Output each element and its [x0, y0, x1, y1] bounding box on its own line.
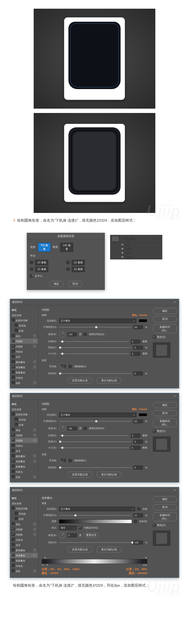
- ok-button[interactable]: 确定: [49, 281, 64, 287]
- style-dropdown[interactable]: 线性: [59, 526, 76, 530]
- opacity-slider[interactable]: [59, 515, 131, 516]
- fx-inner-shadow-1[interactable]: 👁内阴影: [110, 247, 162, 251]
- blend-options[interactable]: 混合选项: [10, 407, 38, 412]
- color-swatch[interactable]: [138, 413, 147, 416]
- from-center-check[interactable]: [30, 274, 33, 278]
- inner-shadow-item-2[interactable]: 内阴影+: [10, 344, 38, 349]
- styles-header[interactable]: 样式: [10, 307, 38, 313]
- size-slider[interactable]: [59, 448, 128, 448]
- angle-value[interactable]: 120: [67, 332, 77, 336]
- drop-shadow-item[interactable]: 投影+: [10, 474, 38, 480]
- plus-icon[interactable]: +: [33, 340, 36, 343]
- mode-dropdown[interactable]: 正片叠底: [59, 412, 136, 417]
- corner-bl[interactable]: 10 像素: [35, 266, 48, 272]
- distance-slider[interactable]: [59, 436, 128, 436]
- layer-row[interactable]: 下机身 连接1 fx ▴: [110, 235, 162, 243]
- cancel-button[interactable]: 取消: [68, 281, 82, 287]
- styles-header[interactable]: 样式: [10, 401, 38, 407]
- reset-align-button[interactable]: 重置对齐: [84, 533, 99, 538]
- scale-slider[interactable]: [59, 542, 131, 543]
- cancel-button[interactable]: 取消: [153, 316, 177, 322]
- close-icon[interactable]: ×: [173, 300, 177, 304]
- choke-value[interactable]: 0: [134, 346, 143, 350]
- link-corners-4[interactable]: [66, 268, 70, 271]
- reset-default-button[interactable]: 复位为默认值: [97, 547, 122, 552]
- gradient-picker[interactable]: [59, 520, 132, 524]
- noise-value[interactable]: 0: [134, 372, 143, 376]
- noise-slider[interactable]: [59, 467, 131, 468]
- reverse-check[interactable]: [134, 520, 137, 523]
- preview-check[interactable]: [153, 524, 156, 527]
- opacity-slider[interactable]: [59, 327, 131, 328]
- inner-glow-item[interactable]: 内发光: [10, 443, 38, 448]
- ok-button[interactable]: 确定: [153, 496, 177, 502]
- color-overlay-item[interactable]: 颜色叠加+: [10, 454, 38, 459]
- gradient-editor-bar[interactable]: [42, 559, 147, 564]
- dither-check[interactable]: [137, 507, 140, 510]
- color-overlay-item[interactable]: 颜色叠加+: [10, 359, 38, 364]
- link-corners-3[interactable]: [30, 268, 33, 271]
- cancel-button[interactable]: 取消: [153, 504, 177, 510]
- stroke-item[interactable]: 描边+: [10, 428, 38, 432]
- height-input[interactable]: 140 像素: [60, 243, 73, 252]
- drop-shadow-item[interactable]: 投影+: [10, 380, 38, 386]
- eye-icon[interactable]: 👁: [121, 243, 124, 246]
- scale-value[interactable]: 100: [134, 540, 143, 544]
- align-check[interactable]: [79, 526, 82, 529]
- antialias-check[interactable]: [69, 365, 72, 368]
- plus-icon[interactable]: +: [33, 334, 36, 338]
- color-swatch[interactable]: [138, 319, 147, 322]
- fx-inner-shadow-2[interactable]: 👁内阴影: [110, 251, 162, 255]
- distance-value[interactable]: 5: [131, 340, 140, 344]
- cancel-button[interactable]: 取消: [153, 410, 177, 416]
- contour-picker[interactable]: [59, 458, 66, 464]
- inner-shadow-item-2[interactable]: 内阴影+: [10, 438, 38, 443]
- preview-check[interactable]: [153, 430, 156, 432]
- corner-tl[interactable]: 10 像素: [35, 260, 48, 265]
- inner-glow-item[interactable]: 内发光: [10, 349, 38, 354]
- width-input[interactable]: 700 像素: [38, 243, 51, 252]
- gradient-overlay-item[interactable]: 渐变叠加+: [10, 459, 38, 464]
- eye-icon[interactable]: 👁: [121, 248, 124, 250]
- contour-picker[interactable]: [59, 364, 66, 369]
- angle-value[interactable]: 0: [67, 534, 77, 537]
- link-corners-1[interactable]: [30, 261, 33, 264]
- opacity-slider[interactable]: [59, 421, 131, 422]
- make-default-button[interactable]: 设置为默认值: [68, 547, 92, 552]
- mode-dropdown[interactable]: 正片叠底: [59, 318, 136, 323]
- make-default-button[interactable]: 设置为默认值: [68, 378, 92, 384]
- corner-tr[interactable]: 10 像素: [72, 260, 85, 265]
- fx-gradient-overlay[interactable]: 👁渐变叠加: [110, 255, 162, 259]
- antialias-check[interactable]: [69, 459, 72, 462]
- choke-slider[interactable]: [59, 348, 131, 348]
- preview-check[interactable]: [153, 336, 156, 338]
- global-light-check[interactable]: [84, 427, 87, 430]
- bevel-item[interactable]: 斜面和浮雕: [10, 318, 38, 323]
- inner-shadow-item-1[interactable]: 内阴影+: [10, 432, 38, 438]
- collapse-icon[interactable]: ▴: [159, 237, 161, 240]
- mode-dropdown[interactable]: 正片叠底: [59, 507, 135, 511]
- plus-icon[interactable]: +: [33, 345, 36, 348]
- outer-glow-item[interactable]: 外发光: [10, 375, 38, 380]
- noise-slider[interactable]: [59, 373, 131, 374]
- fx-badge[interactable]: fx: [156, 237, 158, 240]
- angle-dial[interactable]: [59, 426, 65, 432]
- effects-row[interactable]: 👁效果: [110, 243, 162, 247]
- gradient-overlay-item[interactable]: 渐变叠加+: [10, 553, 38, 558]
- contour-item[interactable]: 等高线: [10, 417, 38, 422]
- plus-icon[interactable]: +: [33, 366, 36, 369]
- texture-item[interactable]: 纹理: [10, 422, 38, 428]
- stroke-item[interactable]: 描边+: [10, 333, 38, 338]
- size-slider[interactable]: [59, 354, 128, 354]
- plus-icon[interactable]: +: [33, 381, 36, 384]
- eye-icon[interactable]: 👁: [121, 256, 124, 258]
- inner-shadow-item-1[interactable]: 内阴影+: [10, 338, 38, 344]
- opacity-value[interactable]: 21: [134, 514, 143, 517]
- corner-br[interactable]: 10 像素: [72, 266, 85, 272]
- close-icon[interactable]: ×: [173, 489, 177, 492]
- reset-default-button[interactable]: 复位为默认值: [97, 472, 122, 478]
- pattern-overlay-item[interactable]: 图案叠加: [10, 464, 38, 469]
- size-value[interactable]: 5: [131, 352, 140, 356]
- distance-slider[interactable]: [59, 341, 128, 342]
- make-default-button[interactable]: 设置为默认值: [68, 472, 92, 478]
